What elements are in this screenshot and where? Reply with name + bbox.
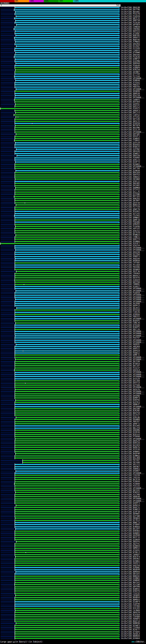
alignment-bar[interactable]: [15, 327, 119, 328]
alignment-bar[interactable]: [1, 243, 119, 244]
alignment-bar[interactable]: [15, 451, 119, 452]
alignment-bar[interactable]: [15, 492, 119, 493]
alignment-bar[interactable]: [15, 385, 119, 386]
alignment-bar[interactable]: [15, 636, 119, 637]
alignment-bar[interactable]: [17, 155, 119, 156]
alignment-bar[interactable]: [15, 498, 119, 500]
alignment-row[interactable]: UniRef100_Q2H6K4: [0, 637, 146, 640]
alignment-bar[interactable]: [15, 567, 119, 568]
alignment-bar[interactable]: [15, 164, 119, 165]
alignment-bar[interactable]: [15, 546, 119, 547]
alignment-bar[interactable]: [16, 344, 119, 345]
alignment-bar[interactable]: [15, 477, 119, 478]
alignment-bar[interactable]: [15, 172, 119, 174]
alignment-bar[interactable]: [15, 408, 119, 410]
alignment-bar[interactable]: [15, 258, 119, 259]
alignment-bar[interactable]: [15, 507, 119, 508]
alignment-bar[interactable]: [15, 522, 119, 523]
alignment-bar[interactable]: [15, 415, 119, 416]
alignment-bar[interactable]: [15, 222, 119, 223]
alignment-bar[interactable]: [15, 412, 119, 414]
alignment-bar[interactable]: [15, 30, 119, 32]
alignment-bar[interactable]: [14, 56, 119, 58]
alignment-bar[interactable]: [15, 428, 119, 429]
alignment-bar[interactable]: [15, 67, 119, 68]
alignment-bar[interactable]: [15, 380, 119, 382]
alignment-bar[interactable]: [15, 190, 119, 190]
alignment-bar[interactable]: [15, 213, 119, 214]
alignment-bar[interactable]: [15, 123, 119, 124]
alignment-bar[interactable]: [15, 254, 119, 255]
alignment-bar[interactable]: [15, 456, 119, 457]
alignment-bar[interactable]: [15, 335, 119, 336]
alignment-bar[interactable]: [15, 352, 119, 354]
alignment-bar[interactable]: [15, 614, 119, 616]
alignment-bar[interactable]: [14, 140, 119, 141]
alignment-bar[interactable]: [14, 28, 119, 30]
alignment-bar[interactable]: [15, 232, 119, 234]
alignment-bar[interactable]: [15, 269, 119, 270]
alignment-bar[interactable]: [15, 361, 119, 362]
alignment-bar[interactable]: [15, 132, 119, 133]
alignment-bar[interactable]: [15, 314, 119, 315]
alignment-bar[interactable]: [15, 468, 119, 470]
alignment-bar[interactable]: [15, 550, 119, 551]
alignment-bar[interactable]: [23, 462, 119, 463]
alignment-bar[interactable]: [15, 280, 119, 281]
alignment-bar[interactable]: [16, 52, 119, 53]
alignment-bar[interactable]: [15, 513, 119, 514]
alignment-bar[interactable]: [16, 204, 119, 206]
alignment-bar[interactable]: [15, 331, 119, 332]
alignment-bar[interactable]: [15, 59, 119, 60]
alignment-bar[interactable]: [15, 41, 119, 42]
alignment-bar[interactable]: [15, 634, 119, 635]
alignment-bar[interactable]: [15, 333, 119, 334]
alignment-bar[interactable]: [15, 383, 119, 384]
alignment-bar[interactable]: [15, 552, 119, 553]
alignment-bar[interactable]: [15, 354, 119, 356]
alignment-bar[interactable]: [15, 312, 119, 313]
alignment-bar[interactable]: [15, 363, 119, 364]
alignment-bar[interactable]: [15, 535, 119, 536]
alignment-bar[interactable]: [17, 308, 119, 309]
alignment-bar[interactable]: [15, 629, 119, 630]
alignment-bar[interactable]: [15, 202, 119, 204]
alignment-bar[interactable]: [15, 548, 119, 549]
alignment-bar[interactable]: [15, 376, 119, 377]
alignment-bar[interactable]: [15, 209, 119, 210]
alignment-bar[interactable]: [15, 39, 119, 40]
alignment-bar[interactable]: [15, 488, 119, 489]
alignment-bar[interactable]: [15, 436, 119, 437]
alignment-bar[interactable]: [15, 256, 119, 257]
alignment-bar[interactable]: [15, 389, 119, 390]
alignment-bar[interactable]: [15, 162, 119, 163]
alignment-bar[interactable]: [15, 136, 119, 137]
alignment-bar[interactable]: [15, 464, 119, 465]
alignment-bar[interactable]: [15, 588, 119, 590]
alignment-bar[interactable]: [15, 419, 119, 420]
alignment-bar[interactable]: [15, 518, 119, 519]
alignment-bar[interactable]: [15, 220, 119, 221]
alignment-bar[interactable]: [15, 486, 119, 486]
alignment-bar[interactable]: [15, 434, 119, 435]
alignment-bar[interactable]: [15, 440, 119, 442]
alignment-bar[interactable]: [15, 121, 119, 122]
alignment-bar[interactable]: [15, 560, 119, 562]
alignment-bar[interactable]: [15, 185, 119, 186]
alignment-bar[interactable]: [15, 374, 119, 375]
alignment-bar[interactable]: [15, 74, 119, 75]
alignment-bar[interactable]: [15, 509, 119, 510]
alignment-bar[interactable]: [15, 224, 119, 225]
alignment-bar[interactable]: [15, 616, 119, 618]
alignment-bar[interactable]: [15, 612, 119, 613]
alignment-bar[interactable]: [15, 475, 119, 476]
alignment-bar[interactable]: [15, 142, 119, 144]
alignment-bar[interactable]: [15, 241, 119, 242]
alignment-bar[interactable]: [16, 453, 119, 454]
alignment-bar[interactable]: [15, 181, 119, 182]
alignment-bar[interactable]: [15, 447, 119, 448]
alignment-bar[interactable]: [15, 166, 119, 167]
alignment-bar[interactable]: [15, 402, 119, 403]
alignment-bar[interactable]: [15, 340, 119, 341]
alignment-bar[interactable]: [15, 531, 119, 532]
